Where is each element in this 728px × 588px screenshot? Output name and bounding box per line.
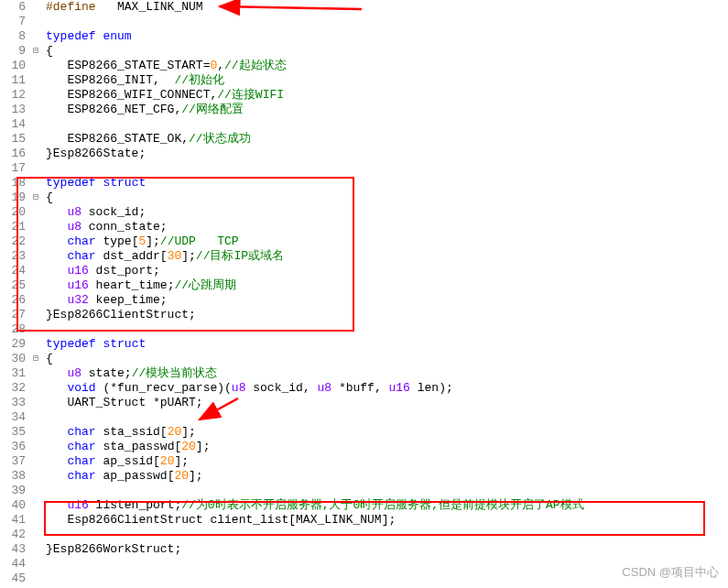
code-line[interactable]: 42 — [0, 528, 728, 542]
code-editor[interactable]: 6#define MAX_LINK_NUM 578typedef enum9⊟{… — [0, 0, 728, 586]
code-line[interactable]: 16}Esp8266State; — [0, 147, 728, 161]
code-content[interactable]: u16 dst_port; — [42, 264, 728, 278]
line-number: 22 — [0, 234, 29, 249]
code-line[interactable]: 44 — [0, 557, 728, 572]
code-line[interactable]: 23 char dst_addr[30];//目标IP或域名 — [0, 249, 728, 264]
line-number: 21 — [0, 220, 29, 234]
line-number: 34 — [0, 410, 29, 425]
code-line[interactable]: 29typedef struct — [0, 337, 728, 352]
code-line[interactable]: 6#define MAX_LINK_NUM 5 — [0, 0, 728, 15]
code-line[interactable]: 37 char ap_ssid[20]; — [0, 454, 728, 469]
line-number: 39 — [0, 484, 29, 498]
code-line[interactable]: 24 u16 dst_port; — [0, 264, 728, 278]
line-number: 10 — [0, 59, 29, 73]
code-content[interactable]: void (*fun_recv_parse)(u8 sock_id, u8 *b… — [42, 381, 728, 396]
code-line[interactable]: 31 u8 state;//模块当前状态 — [0, 366, 728, 381]
code-content[interactable]: ESP8266_WIFI_CONNECT,//连接WIFI — [42, 88, 728, 103]
code-content[interactable]: char dst_addr[30];//目标IP或域名 — [42, 249, 728, 264]
code-content[interactable]: UART_Struct *pUART; — [42, 396, 728, 410]
line-number: 26 — [0, 293, 29, 308]
line-number: 12 — [0, 88, 29, 103]
line-number: 7 — [0, 15, 29, 29]
line-number: 15 — [0, 132, 29, 147]
line-number: 31 — [0, 366, 29, 381]
code-line[interactable]: 10 ESP8266_STATE_START=0,//起始状态 — [0, 59, 728, 73]
code-line[interactable]: 32 void (*fun_recv_parse)(u8 sock_id, u8… — [0, 381, 728, 396]
code-content[interactable]: char sta_ssid[20]; — [42, 425, 728, 440]
code-content[interactable]: typedef struct — [42, 337, 728, 352]
code-content[interactable]: u8 conn_state; — [42, 220, 728, 234]
code-line[interactable]: 39 — [0, 484, 728, 498]
code-line[interactable]: 14 — [0, 117, 728, 132]
fold-toggle[interactable]: ⊟ — [29, 44, 42, 59]
code-line[interactable]: 13 ESP8266_NET_CFG,//网络配置 — [0, 103, 728, 117]
code-content[interactable]: { — [42, 352, 728, 366]
code-line[interactable]: 35 char sta_ssid[20]; — [0, 425, 728, 440]
line-number: 23 — [0, 249, 29, 264]
code-content[interactable]: char ap_ssid[20]; — [42, 454, 728, 469]
code-content[interactable]: ESP8266_NET_CFG,//网络配置 — [42, 103, 728, 117]
code-content[interactable]: char type[5];//UDP TCP — [42, 234, 728, 249]
line-number: 28 — [0, 322, 29, 337]
line-number: 37 — [0, 454, 29, 469]
code-content[interactable]: u16 listen_port;//为0时表示不开启服务器,大于0时开启服务器,… — [42, 498, 728, 513]
code-line[interactable]: 9⊟{ — [0, 44, 728, 59]
code-line[interactable]: 15 ESP8266_STATE_OK,//状态成功 — [0, 132, 728, 147]
code-content[interactable]: char ap_passwd[20]; — [42, 469, 728, 484]
code-line[interactable]: 27}Esp8266ClientStruct; — [0, 308, 728, 322]
line-number: 8 — [0, 29, 29, 44]
line-number: 20 — [0, 205, 29, 220]
code-line[interactable]: 30⊟{ — [0, 352, 728, 366]
fold-toggle[interactable]: ⊟ — [29, 352, 42, 366]
code-content[interactable]: { — [42, 44, 728, 59]
line-number: 33 — [0, 396, 29, 410]
code-line[interactable]: 34 — [0, 410, 728, 425]
code-content[interactable]: ESP8266_INIT, //初始化 — [42, 73, 728, 88]
line-number: 29 — [0, 337, 29, 352]
code-content[interactable]: }Esp8266ClientStruct; — [42, 308, 728, 322]
code-line[interactable]: 8typedef enum — [0, 29, 728, 44]
code-content[interactable]: #define MAX_LINK_NUM 5 — [42, 0, 728, 15]
line-number: 14 — [0, 117, 29, 132]
code-content[interactable]: u8 state;//模块当前状态 — [42, 366, 728, 381]
code-content[interactable]: typedef struct — [42, 176, 728, 191]
code-content[interactable]: typedef enum — [42, 29, 728, 44]
code-content[interactable]: u32 keep_time; — [42, 293, 728, 308]
line-number: 25 — [0, 278, 29, 293]
code-line[interactable]: 17 — [0, 161, 728, 176]
code-line[interactable]: 19⊟{ — [0, 191, 728, 205]
code-line[interactable]: 26 u32 keep_time; — [0, 293, 728, 308]
code-content[interactable]: u8 sock_id; — [42, 205, 728, 220]
code-line[interactable]: 36 char sta_passwd[20]; — [0, 440, 728, 454]
code-content[interactable]: { — [42, 191, 728, 205]
code-line[interactable]: 11 ESP8266_INIT, //初始化 — [0, 73, 728, 88]
code-line[interactable]: 40 u16 listen_port;//为0时表示不开启服务器,大于0时开启服… — [0, 498, 728, 513]
code-line[interactable]: 21 u8 conn_state; — [0, 220, 728, 234]
line-number: 35 — [0, 425, 29, 440]
code-line[interactable]: 38 char ap_passwd[20]; — [0, 469, 728, 484]
code-line[interactable]: 25 u16 heart_time;//心跳周期 — [0, 278, 728, 293]
line-number: 11 — [0, 73, 29, 88]
line-number: 6 — [0, 0, 29, 15]
code-content[interactable]: u16 heart_time;//心跳周期 — [42, 278, 728, 293]
code-content[interactable]: char sta_passwd[20]; — [42, 440, 728, 454]
code-line[interactable]: 20 u8 sock_id; — [0, 205, 728, 220]
code-content[interactable]: ESP8266_STATE_OK,//状态成功 — [42, 132, 728, 147]
line-number: 42 — [0, 528, 29, 542]
code-content[interactable]: }Esp8266State; — [42, 147, 728, 161]
code-line[interactable]: 41 Esp8266ClientStruct client_list[MAX_L… — [0, 513, 728, 528]
code-content[interactable]: Esp8266ClientStruct client_list[MAX_LINK… — [42, 513, 728, 528]
code-line[interactable]: 43}Esp8266WorkStruct; — [0, 542, 728, 557]
line-number: 45 — [0, 572, 29, 586]
code-line[interactable]: 7 — [0, 15, 728, 29]
code-content[interactable]: ESP8266_STATE_START=0,//起始状态 — [42, 59, 728, 73]
code-content[interactable]: }Esp8266WorkStruct; — [42, 542, 728, 557]
code-line[interactable]: 28 — [0, 322, 728, 337]
code-line[interactable]: 33 UART_Struct *pUART; — [0, 396, 728, 410]
code-line[interactable]: 18typedef struct — [0, 176, 728, 191]
code-line[interactable]: 22 char type[5];//UDP TCP — [0, 234, 728, 249]
code-line[interactable]: 45 — [0, 572, 728, 586]
line-number: 40 — [0, 498, 29, 513]
fold-toggle[interactable]: ⊟ — [29, 191, 42, 205]
code-line[interactable]: 12 ESP8266_WIFI_CONNECT,//连接WIFI — [0, 88, 728, 103]
